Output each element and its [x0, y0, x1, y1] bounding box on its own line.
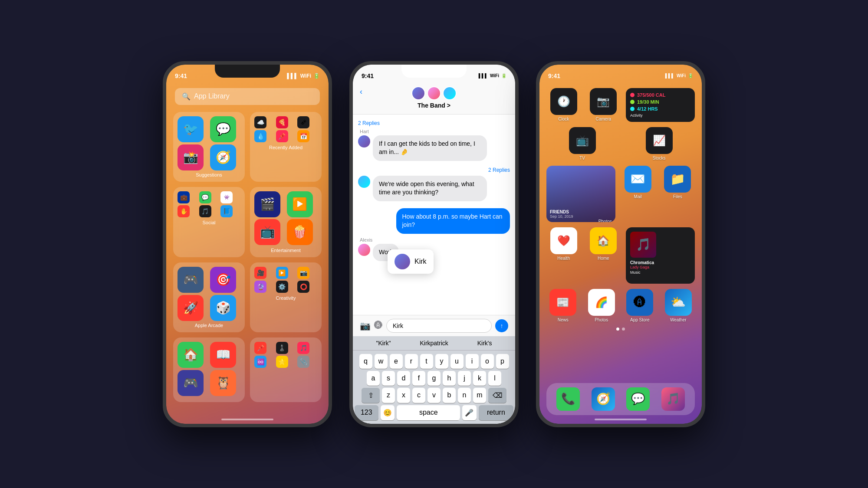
app-facebook[interactable]: 📘 [220, 205, 233, 217]
key-space[interactable]: space [397, 405, 460, 420]
home-app-stocks[interactable]: 📈 Stocks [623, 127, 695, 160]
app-store-icon-msg[interactable]: 🅐 [374, 321, 383, 331]
app-chess[interactable]: ♟️ [276, 342, 288, 354]
app-creative3[interactable]: ⭕ [297, 281, 309, 293]
folder-misc1[interactable]: 🏠 📖 🎮 🦉 [173, 337, 245, 402]
key-q[interactable]: q [359, 354, 372, 369]
app-pins[interactable]: 📌 [254, 342, 266, 354]
folder-suggestions[interactable]: 🐦 💬 📸 🧭 Suggestions [173, 112, 245, 182]
key-r[interactable]: r [405, 354, 418, 369]
key-123[interactable]: 123 [355, 405, 378, 420]
home-app-photos2[interactable]: 🌈 Photos [585, 289, 618, 322]
key-h[interactable]: h [443, 371, 456, 386]
key-l[interactable]: l [488, 371, 501, 386]
key-x[interactable]: x [397, 388, 410, 403]
send-button[interactable]: ↑ [495, 319, 508, 332]
key-p[interactable]: p [496, 354, 509, 369]
key-w[interactable]: w [375, 354, 388, 369]
key-mic[interactable]: 🎤 [462, 405, 477, 420]
suggestion-2[interactable]: Kirkpatrick [420, 340, 448, 347]
key-e[interactable]: e [390, 354, 403, 369]
key-return[interactable]: return [479, 405, 513, 420]
key-delete[interactable]: ⌫ [488, 388, 506, 403]
app-linkedin[interactable]: 💼 [178, 191, 190, 203]
message-input[interactable]: Kirk [386, 319, 492, 333]
app-creative2[interactable]: ⚙️ [276, 281, 288, 293]
app-star[interactable]: ⭐ [276, 356, 288, 368]
key-f[interactable]: f [412, 371, 425, 386]
key-c[interactable]: c [412, 388, 425, 403]
dock-phone[interactable]: 📞 [556, 387, 580, 411]
home-app-files[interactable]: 📁 Files [661, 166, 695, 222]
app-owl[interactable]: 🦉 [210, 370, 236, 396]
key-v[interactable]: v [427, 388, 441, 403]
suggestion-3[interactable]: Kirk's [477, 340, 492, 347]
app-video[interactable]: 🎥 [254, 267, 266, 279]
back-button[interactable]: ‹ [360, 87, 362, 96]
app-cal[interactable]: 📅 [297, 130, 309, 142]
app-music2[interactable]: 🎵 [297, 342, 309, 354]
replies-link-1[interactable]: 2 Replies [358, 120, 510, 126]
app-messages[interactable]: 💬 [210, 116, 236, 142]
photos-widget[interactable]: FRIENDS Sep 10, 2019 Photos [546, 166, 615, 222]
app-hulu[interactable]: ▶️ [287, 191, 313, 217]
folder-recently-added[interactable]: ☁️ 🍕 🗞 💧 📌 📅 Recently Added [250, 112, 322, 182]
key-y[interactable]: y [435, 354, 448, 369]
app-game1[interactable]: 🎮 [178, 267, 204, 293]
key-u[interactable]: u [450, 354, 464, 369]
music-widget[interactable]: 🎵 Chromatica Lady Gaga Music [626, 227, 695, 284]
app-wechat[interactable]: 💬 [199, 191, 211, 203]
key-o[interactable]: o [481, 354, 494, 369]
app-netflix[interactable]: 📺 [254, 219, 280, 245]
app-tiktok[interactable]: 🎵 [199, 205, 211, 217]
folder-misc2[interactable]: 📌 ♟️ 🎵 ♾️ ⭐ 📎 [250, 337, 322, 402]
app-visco[interactable]: 🔮 [254, 281, 266, 293]
activity-widget[interactable]: 375/500 CAL 19/30 MIN 4/12 HRS Activity [626, 88, 695, 122]
key-m[interactable]: m [473, 388, 486, 403]
key-j[interactable]: j [458, 371, 471, 386]
home-app-news[interactable]: 📰 News [546, 289, 580, 322]
home-app-weather[interactable]: ⛅ Weather [662, 289, 695, 322]
app-water[interactable]: 💧 [254, 130, 266, 142]
mention-popup[interactable]: Kirk [388, 249, 434, 274]
app-misc[interactable]: 📎 [297, 356, 309, 368]
app-twitter[interactable]: 🐦 [178, 116, 204, 142]
home-app-clock[interactable]: 🕐 Clock [546, 88, 581, 122]
app-game2[interactable]: 🎯 [210, 267, 236, 293]
key-g[interactable]: g [427, 371, 441, 386]
app-disney[interactable]: 🎬 [254, 191, 280, 217]
key-b[interactable]: b [443, 388, 456, 403]
home-app-home[interactable]: 🏠 Home [586, 227, 621, 284]
dock-safari[interactable]: 🧭 [592, 387, 615, 411]
dock-messages[interactable]: 💬 [626, 387, 650, 411]
folder-social[interactable]: 💼 💬 👾 ✋ 🎵 📘 Social [173, 187, 245, 257]
key-k[interactable]: k [473, 371, 486, 386]
home-app-mail[interactable]: ✉️ Mail [621, 166, 655, 222]
app-library-search[interactable]: 🔍 App Library [175, 88, 320, 105]
dock-music[interactable]: 🎵 [661, 387, 685, 411]
home-app-health[interactable]: ❤️ Health [546, 227, 581, 284]
key-s[interactable]: s [382, 371, 395, 386]
app-game3[interactable]: 🚀 [178, 295, 204, 321]
app-action[interactable]: ▶️ [276, 267, 288, 279]
folder-creativity[interactable]: 🎥 ▶️ 📷 🔮 ⚙️ ⭕ Creativity [250, 262, 322, 332]
key-d[interactable]: d [397, 371, 410, 386]
app-other[interactable]: 🍿 [287, 219, 313, 245]
folder-entertainment[interactable]: 🎬 ▶️ 📺 🍿 Entertainment [250, 187, 322, 257]
home-app-appstore[interactable]: 🅐 App Store [623, 289, 657, 322]
suggestion-1[interactable]: "Kirk" [376, 340, 391, 347]
app-doordash[interactable]: 🍕 [276, 116, 288, 128]
folder-apple-arcade[interactable]: 🎮 🎯 🚀 🎲 Apple Arcade [173, 262, 245, 332]
key-t[interactable]: t [420, 354, 433, 369]
key-a[interactable]: a [367, 371, 380, 386]
home-app-tv[interactable]: 📺 TV [546, 127, 618, 160]
app-yik[interactable]: ✋ [178, 205, 190, 217]
key-i[interactable]: i [466, 354, 479, 369]
app-nytimes[interactable]: 🗞 [297, 116, 309, 128]
key-n[interactable]: n [458, 388, 471, 403]
key-emoji[interactable]: 😊 [381, 405, 395, 420]
app-redfin[interactable]: 📖 [210, 342, 236, 368]
app-cloud[interactable]: ☁️ [254, 116, 266, 128]
app-instagram[interactable]: 📸 [178, 144, 204, 170]
home-app-camera[interactable]: 📷 Camera [586, 88, 621, 122]
